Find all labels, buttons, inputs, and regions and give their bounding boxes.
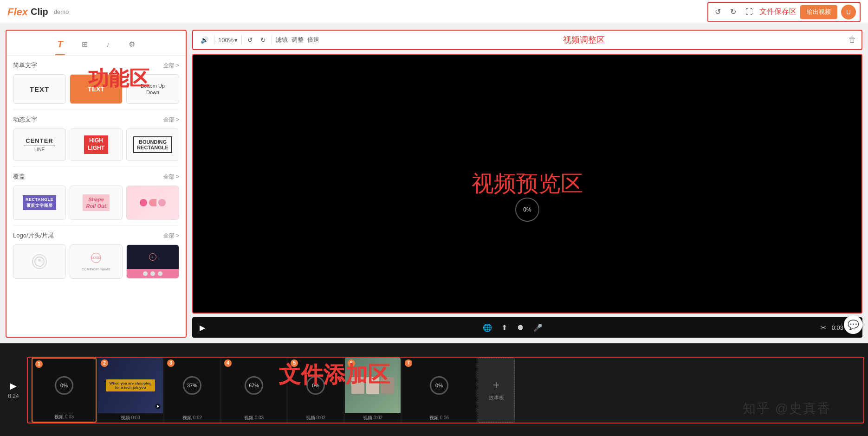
redo-video-button[interactable]: ↻ bbox=[259, 34, 268, 45]
logo-grid: LOGO COMPANY NAME L bbox=[13, 244, 179, 279]
video-controls-title: 视频调整区 bbox=[323, 34, 845, 45]
clip-label-2: 视频 0:03 bbox=[98, 413, 163, 423]
left-panel: T ⊞ ♪ ⚙ 简单文字 全部 > TEXT bbox=[6, 30, 187, 338]
logo-item-circle[interactable] bbox=[13, 244, 66, 279]
clip-thumb-6: 6 bbox=[345, 358, 401, 413]
zoom-control[interactable]: 100% ▾ bbox=[218, 37, 238, 44]
avatar[interactable]: U bbox=[841, 5, 856, 19]
rect-overlay: RECTANGLE覆盖文字图层 bbox=[23, 195, 56, 210]
chat-icon: 💬 bbox=[848, 319, 859, 330]
clip-label-1: 视频 0:03 bbox=[32, 412, 96, 422]
clip-progress-7: 0% bbox=[435, 383, 443, 388]
undo-button[interactable]: ↺ bbox=[712, 6, 724, 18]
trash-icon[interactable]: 🗑 bbox=[849, 36, 856, 44]
clip-num-7: 7 bbox=[405, 359, 412, 367]
clip-thumb-4: 4 67% bbox=[221, 358, 286, 413]
text-tab-icon: T bbox=[57, 39, 63, 50]
overlay-grid: RECTANGLE覆盖文字图层 ShapeRoll Out bbox=[13, 186, 179, 220]
text-item-bottom-up[interactable]: Bottom UpDown bbox=[126, 74, 179, 104]
simple-text-title: 简单文字 bbox=[13, 61, 37, 70]
clip-duration-4: 0:03 bbox=[255, 415, 264, 420]
export-button[interactable]: 输出视频 bbox=[800, 5, 837, 19]
panel-content: 简单文字 全部 > TEXT TEXT Bottom UpDown bbox=[6, 56, 186, 284]
table-row[interactable]: 7 0% 视频 0:06 bbox=[402, 358, 476, 423]
add-clip-button[interactable]: + 故事板 bbox=[478, 358, 515, 423]
center-line bbox=[24, 146, 55, 146]
center-sub: LINE bbox=[34, 147, 45, 152]
tab-text[interactable]: T bbox=[55, 36, 65, 55]
overlay-title: 覆盖 bbox=[13, 173, 25, 181]
logo-section: Logo/片头/片尾 全部 > LOGO COMPANY NAME bbox=[6, 226, 186, 284]
filter-label[interactable]: 滤镜 bbox=[276, 36, 288, 44]
volume-button[interactable]: 🔊 bbox=[199, 34, 210, 45]
redo-button[interactable]: ↻ bbox=[727, 6, 739, 18]
overlay-all[interactable]: 全部 > bbox=[163, 173, 179, 181]
save-area-title: 文件保存区 bbox=[759, 7, 797, 17]
tab-shapes[interactable]: ⊞ bbox=[80, 37, 90, 54]
table-row[interactable]: 4 67% 视频 0:03 bbox=[221, 358, 286, 423]
right-panel: 🔊 100% ▾ ↺ ↻ 滤镜 调整 倍速 视频调整区 🗑 视频预览区 0% bbox=[187, 24, 868, 343]
logo-all[interactable]: 全部 > bbox=[163, 232, 179, 240]
demo-label: demo bbox=[54, 8, 69, 15]
undo-video-button[interactable]: ↺ bbox=[246, 34, 255, 45]
text-item-pink-label: TEXT bbox=[88, 85, 104, 93]
add-clip-plus-icon: + bbox=[493, 378, 499, 391]
overlay-item-rect[interactable]: RECTANGLE覆盖文字图层 bbox=[13, 186, 66, 220]
cut-button[interactable]: ✂ bbox=[820, 323, 826, 332]
clip-type-5: 视频 bbox=[306, 415, 315, 420]
fullscreen-button[interactable]: ⛶ bbox=[743, 6, 756, 18]
dynamic-text-all[interactable]: 全部 > bbox=[163, 116, 179, 124]
record-button[interactable]: ⏺ bbox=[517, 323, 524, 332]
clip-duration-6: 0:02 bbox=[374, 415, 382, 420]
text-item-plain[interactable]: TEXT bbox=[13, 74, 66, 104]
logo-item-company[interactable]: LOGO COMPANY NAME bbox=[70, 244, 123, 279]
pink-circle-2 bbox=[158, 199, 166, 206]
dynamic-text-grid: CENTER LINE HIGHLIGHT BOUNDINGRECTANGLE bbox=[13, 128, 179, 161]
globe-button[interactable]: 🌐 bbox=[483, 323, 492, 332]
upload-button[interactable]: ⬆ bbox=[501, 323, 507, 332]
social-bg: L bbox=[127, 245, 179, 269]
logo-icon: Flex bbox=[7, 6, 28, 18]
anim-item-bounding[interactable]: BOUNDINGRECTANGLE bbox=[126, 128, 179, 161]
table-row[interactable]: 1 0% 视频 0:03 bbox=[32, 358, 97, 423]
ctrl-divider-1 bbox=[214, 35, 214, 45]
speed-label[interactable]: 倍速 bbox=[307, 36, 319, 44]
text-item-pink[interactable]: TEXT bbox=[70, 74, 123, 104]
table-row[interactable]: 6 视频 0:02 bbox=[345, 358, 401, 423]
timeline-play-button[interactable]: ▶ bbox=[10, 381, 17, 391]
dynamic-text-section: 动态文字 全部 > CENTER LINE HIGHLIGHT BOUNDING… bbox=[6, 110, 186, 167]
mic-button[interactable]: 🎤 bbox=[533, 323, 543, 332]
simple-text-all[interactable]: 全部 > bbox=[163, 62, 179, 70]
shapes-tab-icon: ⊞ bbox=[82, 40, 88, 49]
text-item-plain-label: TEXT bbox=[30, 85, 49, 93]
overlay-header: 覆盖 全部 > bbox=[13, 173, 179, 181]
table-row[interactable]: 3 37% 视频 0:02 bbox=[164, 358, 220, 423]
header-right: ↺ ↻ ⛶ 文件保存区 输出视频 U bbox=[707, 2, 861, 22]
table-row[interactable]: 5 0% 视频 0:02 bbox=[288, 358, 343, 423]
clip-type-6: 视频 bbox=[363, 415, 372, 420]
tab-music[interactable]: ♪ bbox=[104, 38, 112, 54]
video-play-button[interactable]: ▶ bbox=[200, 323, 205, 332]
overlay-item-pink[interactable] bbox=[126, 186, 179, 220]
logo-item-social[interactable]: L bbox=[126, 244, 179, 279]
chat-bubble[interactable]: 💬 bbox=[844, 315, 862, 334]
time-display: 0:03 bbox=[832, 324, 843, 331]
dynamic-text-title: 动态文字 bbox=[13, 115, 37, 124]
shape-rollout: ShapeRoll Out bbox=[83, 194, 110, 212]
anim-item-highlight[interactable]: HIGHLIGHT bbox=[70, 128, 123, 161]
logo: FlexClip bbox=[7, 6, 48, 18]
table-row[interactable]: 2 When you are shoppingfor a tech job yo… bbox=[98, 358, 163, 423]
video-bottom-bar: ▶ 🌐 ⬆ ⏺ 🎤 ✂ 0:03 ⊟ bbox=[192, 317, 862, 338]
clip-text-2: When you are shoppingfor a tech job you bbox=[106, 379, 155, 391]
video-controls-bar: 🔊 100% ▾ ↺ ↻ 滤镜 调整 倍速 视频调整区 🗑 bbox=[192, 30, 862, 50]
dynamic-text-header: 动态文字 全部 > bbox=[13, 115, 179, 124]
tab-settings[interactable]: ⚙ bbox=[127, 37, 137, 54]
anim-item-center[interactable]: CENTER LINE bbox=[13, 128, 66, 161]
clip-type-2: 视频 bbox=[121, 415, 130, 420]
text-item-bottom-up-label: Bottom UpDown bbox=[141, 83, 165, 96]
adjust-label[interactable]: 调整 bbox=[291, 36, 304, 44]
settings-tab-icon: ⚙ bbox=[129, 40, 135, 49]
overlay-item-shape-rollout[interactable]: ShapeRoll Out bbox=[70, 186, 123, 220]
clip-duration-3: 0:02 bbox=[193, 415, 202, 420]
ctrl-divider-3 bbox=[272, 35, 272, 45]
